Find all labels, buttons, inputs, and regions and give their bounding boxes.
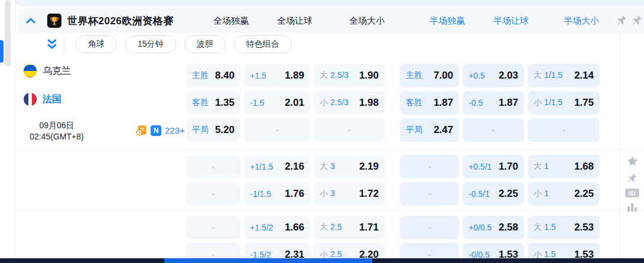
odds-cell[interactable]: 客胜1.35 [186, 91, 240, 115]
odds-cell-empty: - [186, 216, 240, 239]
filter-pill-3[interactable]: 波胆 [184, 35, 226, 53]
odds-cell[interactable]: 平局2.47 [400, 118, 459, 142]
odds-cell[interactable]: +1.5/21.66 [244, 216, 310, 239]
odds-cell[interactable]: +0/0.52.58 [463, 216, 524, 239]
odds-cell[interactable]: 大2.51.71 [314, 216, 385, 239]
odds-cell[interactable]: 大2.5/31.90 [314, 64, 385, 87]
filter-row: 角球15分钟波胆特色组合 [15, 33, 644, 57]
odds-value: 1.72 [359, 188, 379, 200]
odds-label: -0.5 [469, 98, 483, 108]
odds-value: 1.76 [285, 188, 304, 200]
match-datetime: 09月06日 02:45(GMT+8) [17, 120, 97, 142]
odds-value: 8.40 [215, 70, 235, 82]
market-header-6[interactable]: 半场大小 [545, 15, 617, 27]
n-badge[interactable]: N [151, 125, 161, 136]
odds-cell-empty: - [186, 155, 240, 178]
dash: - [428, 162, 431, 171]
filter-pill-2[interactable]: 15分钟 [125, 35, 176, 53]
match-time: 02:45(GMT+8) [17, 131, 97, 142]
world-cup-trophy-icon: 🏆 [47, 14, 61, 28]
odds-value: 1.35 [215, 97, 235, 109]
odds-value: 5.20 [215, 124, 235, 136]
odds-label: 平局 [406, 125, 422, 135]
odds-group-full-and-half: 主胜8.40+1.51.89大2.5/31.90主胜7.00+0.52.03大1… [186, 64, 600, 142]
more-markets-count[interactable]: 223+ [165, 125, 185, 135]
odds-label: 小1/1.5 [534, 98, 562, 108]
odds-value: 2.03 [499, 70, 518, 82]
odds-value: 1.98 [359, 97, 379, 109]
pin-icon[interactable] [627, 173, 638, 183]
odds-value: 2.58 [499, 222, 518, 233]
vertical-scrollbar[interactable] [5, 0, 11, 66]
league-title: 世界杯2026欧洲资格赛 [67, 14, 174, 28]
odds-cell[interactable]: +0.52.03 [463, 64, 524, 87]
odds-history-icon[interactable] [136, 125, 147, 136]
league-header: 🏆 世界杯2026欧洲资格赛 全场独赢全场让球全场大小半场独赢半场让球半场大小 [18, 8, 644, 33]
odds-value: 2.47 [434, 124, 453, 136]
horizontal-scrollbar[interactable] [0, 258, 644, 263]
dash: - [428, 223, 431, 232]
filter-pill-1[interactable]: 角球 [76, 35, 117, 53]
odds-label: 小3 [320, 189, 335, 199]
home-team-name: 乌克兰 [43, 65, 71, 77]
odds-cell[interactable]: -1/1.51.76 [244, 182, 310, 206]
market-header-1[interactable]: 全场独赢 [204, 15, 258, 27]
odds-cell[interactable]: +1/1.52.16 [244, 155, 310, 178]
odds-cell[interactable]: 客胜1.87 [400, 91, 459, 115]
horizontal-scroll-thumb[interactable] [164, 258, 372, 263]
market-header-3[interactable]: 全场大小 [331, 15, 402, 27]
odds-cell[interactable]: 主胜7.00 [400, 64, 459, 87]
odds-cell[interactable]: +1.51.89 [244, 64, 310, 87]
home-team-row: 乌克兰 [24, 64, 71, 77]
odds-label: +0/0.5 [469, 223, 492, 232]
odds-cell[interactable]: -0.5/12.25 [463, 182, 524, 206]
odds-label: +1.5/2 [250, 223, 273, 232]
odds-value: 1.87 [434, 97, 453, 109]
dash: - [212, 162, 215, 171]
odds-cell[interactable]: 主胜8.40 [186, 64, 240, 87]
column-spacer [388, 216, 396, 239]
bar-chart-icon[interactable] [627, 203, 638, 212]
odds-cell[interactable]: -1.52.01 [244, 91, 310, 115]
odds-cell[interactable]: 小1/1.51.75 [528, 91, 600, 115]
odds-value: 2.14 [574, 70, 594, 82]
odds-label: 小1 [534, 189, 549, 199]
market-header-2[interactable]: 全场让球 [262, 15, 328, 27]
filter-pill-4[interactable]: 特色组合 [234, 35, 292, 53]
column-spacer [388, 64, 396, 87]
odds-cell[interactable]: +0.5/11.70 [463, 155, 524, 178]
odds-cell[interactable]: -0.51.87 [463, 91, 524, 115]
odds-cell[interactable]: 大1/1.52.14 [528, 64, 600, 87]
away-team-row: 法国 [24, 93, 61, 106]
pin-icon[interactable] [616, 14, 627, 27]
odds-cell[interactable]: 小2.5/31.98 [314, 91, 385, 115]
odds-value: 1.75 [574, 97, 594, 109]
expand-double-chevron-down-icon[interactable] [46, 38, 58, 51]
collapse-chevron-up-icon[interactable] [25, 15, 37, 27]
odds-label: -0.5/1 [469, 189, 490, 199]
market-header-4[interactable]: 半场独赢 [418, 15, 477, 27]
odds-value: 1.68 [574, 161, 594, 173]
score-badge[interactable]: 0|1 [625, 189, 639, 197]
odds-cell[interactable]: 大32.19 [314, 155, 385, 178]
group-divider [15, 210, 644, 211]
dash: - [428, 189, 431, 199]
favorite-star-icon[interactable] [626, 155, 639, 167]
odds-cell[interactable]: 小12.25 [528, 182, 600, 206]
pin-icon[interactable] [631, 14, 643, 27]
odds-value: 1.89 [285, 70, 304, 82]
odds-cell[interactable]: 平局5.20 [186, 118, 240, 142]
odds-cell[interactable]: 小31.72 [314, 182, 385, 206]
vertical-scroll-indicator[interactable] [0, 40, 4, 63]
previous-section-edge [15, 0, 644, 6]
odds-label: 客胜 [406, 98, 422, 108]
odds-label: 主胜 [406, 70, 422, 81]
odds-label: 大1.5 [534, 222, 555, 233]
filter-pills: 角球15分钟波胆特色组合 [76, 35, 292, 53]
odds-label: -1.5 [250, 98, 264, 108]
odds-cell[interactable]: 大11.68 [528, 155, 600, 178]
odds-cell[interactable]: 大1.52.53 [528, 216, 600, 239]
market-header-5[interactable]: 半场让球 [480, 15, 542, 27]
filter-divider [64, 35, 64, 53]
market-header-row: 全场独赢全场让球全场大小半场独赢半场让球半场大小 [204, 8, 617, 33]
